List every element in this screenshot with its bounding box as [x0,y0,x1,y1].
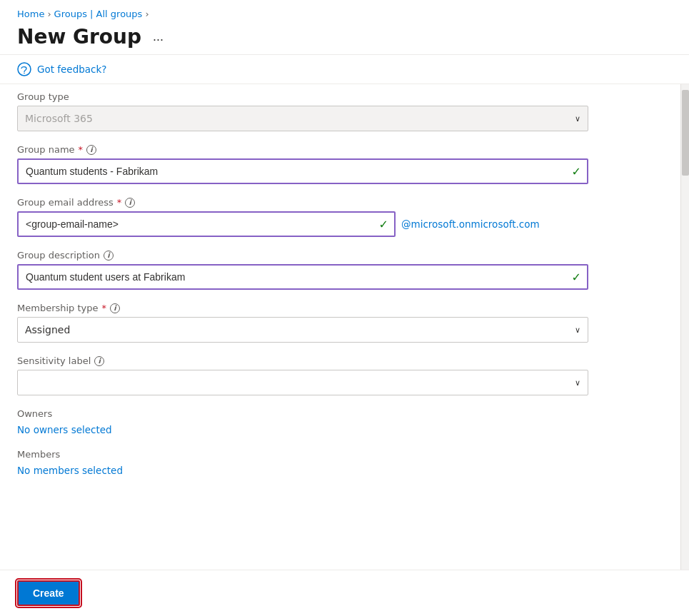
group-type-value: Microsoft 365 [25,113,93,124]
form-panel: Group type Microsoft 365 ∨ Group name * … [0,84,680,570]
feedback-bar[interactable]: Got feedback? [0,55,689,84]
sensitivity-label-label: Sensitivity label i [17,355,658,366]
group-name-info-icon: i [86,145,96,155]
membership-type-field: Membership type * i Assigned ∨ [17,303,658,343]
membership-type-info-icon: i [110,303,120,313]
group-type-select[interactable]: Microsoft 365 ∨ [17,106,588,131]
members-label: Members [17,449,658,460]
feedback-label: Got feedback? [37,64,107,75]
breadcrumb: Home › Groups | All groups › [0,0,689,22]
group-type-chevron-icon: ∨ [575,114,580,123]
group-description-input[interactable] [17,264,588,290]
group-description-label: Group description i [17,250,658,261]
breadcrumb-sep2: › [145,9,149,19]
ellipsis-button[interactable]: ... [149,26,168,47]
group-email-required: * [117,197,122,208]
create-button[interactable]: Create [17,580,80,606]
no-owners-link[interactable]: No owners selected [17,424,112,435]
svg-point-0 [18,63,31,76]
group-type-label: Group type [17,91,658,102]
membership-type-required: * [102,303,107,313]
sensitivity-label-info-icon: i [94,356,104,366]
breadcrumb-sep1: › [47,9,51,19]
owners-section: Owners No owners selected [17,408,658,436]
membership-type-select[interactable]: Assigned ∨ [17,317,588,343]
no-members-link[interactable]: No members selected [17,465,123,476]
group-description-check-icon: ✓ [572,271,581,284]
page-title: New Group [17,25,141,49]
group-name-input-container: ✓ [17,158,588,184]
feedback-icon [17,62,31,76]
group-email-input-container: ✓ [17,211,396,237]
group-email-suffix: @microsoft.onmicrosoft.com [401,218,540,230]
content-area: Group type Microsoft 365 ∨ Group name * … [0,84,689,570]
group-name-field: Group name * i ✓ [17,144,658,184]
breadcrumb-home[interactable]: Home [17,9,44,19]
group-email-field: Group email address * i ✓ @microsoft.onm… [17,197,658,237]
group-email-check-icon: ✓ [379,218,388,231]
group-type-field: Group type Microsoft 365 ∨ [17,91,658,131]
owners-label: Owners [17,408,658,419]
group-name-input[interactable] [17,158,588,184]
scrollbar-thumb[interactable] [682,90,689,176]
group-email-input[interactable] [17,211,396,237]
group-email-label: Group email address * i [17,197,658,208]
bottom-bar: Create [0,570,689,616]
scrollbar-track[interactable] [680,84,689,570]
breadcrumb-groups[interactable]: Groups | All groups [54,9,143,19]
group-name-check-icon: ✓ [572,165,581,178]
group-email-input-wrapper: ✓ @microsoft.onmicrosoft.com [17,211,588,237]
members-section: Members No members selected [17,449,658,477]
group-name-required: * [79,144,84,155]
group-email-info-icon: i [125,198,135,208]
sensitivity-label-select[interactable]: ∨ [17,370,588,395]
group-description-info-icon: i [104,251,114,261]
sensitivity-label-chevron-icon: ∨ [575,378,580,388]
group-name-label: Group name * i [17,144,658,155]
membership-type-chevron-icon: ∨ [575,325,580,335]
page-title-row: New Group ... [0,22,689,54]
group-description-field: Group description i ✓ [17,250,658,290]
svg-point-1 [24,73,25,74]
sensitivity-label-field: Sensitivity label i ∨ [17,355,658,395]
group-description-input-container: ✓ [17,264,588,290]
membership-type-value: Assigned [25,324,70,335]
membership-type-label: Membership type * i [17,303,658,313]
